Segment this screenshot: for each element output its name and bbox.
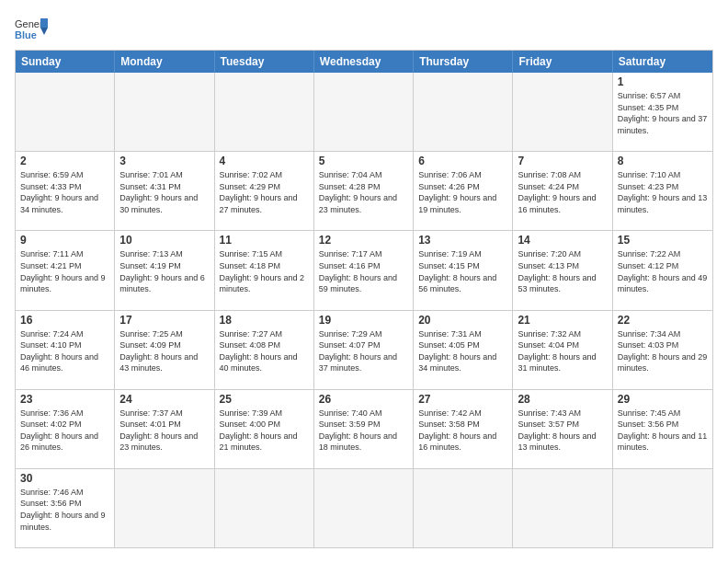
day-info: Sunrise: 7:39 AM Sunset: 4:00 PM Dayligh…: [220, 408, 309, 454]
header-day-monday: Monday: [115, 51, 214, 73]
calendar-day-23: 23Sunrise: 7:36 AM Sunset: 4:02 PM Dayli…: [16, 390, 115, 468]
calendar-day-9: 9Sunrise: 7:11 AM Sunset: 4:21 PM Daylig…: [16, 231, 115, 309]
calendar-empty-cell: [16, 73, 115, 151]
calendar-day-10: 10Sunrise: 7:13 AM Sunset: 4:19 PM Dayli…: [115, 231, 214, 309]
calendar-day-13: 13Sunrise: 7:19 AM Sunset: 4:15 PM Dayli…: [414, 231, 513, 309]
calendar-day-4: 4Sunrise: 7:02 AM Sunset: 4:29 PM Daylig…: [215, 152, 314, 230]
calendar-empty-cell: [314, 73, 414, 151]
day-number: 2: [20, 155, 109, 167]
calendar-day-22: 22Sunrise: 7:34 AM Sunset: 4:03 PM Dayli…: [613, 311, 712, 389]
header-day-thursday: Thursday: [414, 51, 513, 73]
calendar-body: 1Sunrise: 6:57 AM Sunset: 4:35 PM Daylig…: [16, 73, 712, 547]
day-number: 3: [119, 155, 209, 167]
day-number: 30: [20, 472, 109, 485]
calendar-day-11: 11Sunrise: 7:15 AM Sunset: 4:18 PM Dayli…: [215, 231, 314, 309]
day-number: 7: [518, 155, 607, 167]
day-number: 28: [518, 393, 607, 406]
calendar-day-7: 7Sunrise: 7:08 AM Sunset: 4:24 PM Daylig…: [513, 152, 612, 230]
day-info: Sunrise: 7:13 AM Sunset: 4:19 PM Dayligh…: [119, 248, 209, 294]
calendar-day-19: 19Sunrise: 7:29 AM Sunset: 4:07 PM Dayli…: [314, 311, 414, 389]
header-day-sunday: Sunday: [16, 51, 115, 73]
day-info: Sunrise: 7:36 AM Sunset: 4:02 PM Dayligh…: [20, 408, 109, 454]
day-info: Sunrise: 7:15 AM Sunset: 4:18 PM Dayligh…: [220, 248, 309, 294]
header-day-friday: Friday: [513, 51, 612, 73]
calendar-day-5: 5Sunrise: 7:04 AM Sunset: 4:28 PM Daylig…: [314, 152, 414, 230]
day-number: 24: [119, 393, 209, 406]
day-number: 8: [618, 155, 708, 167]
calendar-row-4: 23Sunrise: 7:36 AM Sunset: 4:02 PM Dayli…: [16, 389, 712, 468]
day-info: Sunrise: 7:11 AM Sunset: 4:21 PM Dayligh…: [20, 248, 109, 294]
svg-marker-2: [40, 18, 48, 28]
logo: General Blue: [15, 15, 48, 40]
calendar-day-21: 21Sunrise: 7:32 AM Sunset: 4:04 PM Dayli…: [513, 311, 612, 389]
day-info: Sunrise: 7:46 AM Sunset: 3:56 PM Dayligh…: [20, 487, 109, 533]
day-number: 16: [20, 314, 109, 327]
generalblue-logo-icon: General Blue: [15, 15, 48, 40]
day-number: 11: [220, 234, 309, 247]
calendar-empty-cell: [215, 469, 314, 547]
calendar-day-3: 3Sunrise: 7:01 AM Sunset: 4:31 PM Daylig…: [115, 152, 214, 230]
svg-text:Blue: Blue: [15, 29, 37, 40]
calendar-row-1: 2Sunrise: 6:59 AM Sunset: 4:33 PM Daylig…: [16, 151, 712, 230]
calendar-empty-cell: [414, 73, 513, 151]
day-info: Sunrise: 7:42 AM Sunset: 3:58 PM Dayligh…: [418, 408, 507, 454]
calendar-header: SundayMondayTuesdayWednesdayThursdayFrid…: [16, 51, 712, 73]
calendar-empty-cell: [414, 469, 513, 547]
calendar-row-0: 1Sunrise: 6:57 AM Sunset: 4:35 PM Daylig…: [16, 73, 712, 151]
day-number: 27: [418, 393, 507, 406]
day-number: 14: [518, 234, 607, 247]
day-info: Sunrise: 7:19 AM Sunset: 4:15 PM Dayligh…: [418, 248, 507, 294]
header-day-wednesday: Wednesday: [314, 51, 414, 73]
day-info: Sunrise: 7:37 AM Sunset: 4:01 PM Dayligh…: [119, 408, 209, 454]
calendar-day-25: 25Sunrise: 7:39 AM Sunset: 4:00 PM Dayli…: [215, 390, 314, 468]
day-info: Sunrise: 7:40 AM Sunset: 3:59 PM Dayligh…: [319, 408, 408, 454]
calendar-day-17: 17Sunrise: 7:25 AM Sunset: 4:09 PM Dayli…: [115, 311, 214, 389]
day-number: 22: [618, 314, 708, 327]
calendar-day-2: 2Sunrise: 6:59 AM Sunset: 4:33 PM Daylig…: [16, 152, 115, 230]
svg-marker-3: [40, 28, 48, 35]
day-number: 26: [319, 393, 408, 406]
day-number: 17: [119, 314, 209, 327]
day-info: Sunrise: 7:10 AM Sunset: 4:23 PM Dayligh…: [618, 169, 708, 215]
day-number: 29: [618, 393, 708, 406]
calendar-empty-cell: [613, 469, 712, 547]
header: General Blue: [15, 15, 713, 40]
calendar-day-1: 1Sunrise: 6:57 AM Sunset: 4:35 PM Daylig…: [613, 73, 712, 151]
day-info: Sunrise: 7:06 AM Sunset: 4:26 PM Dayligh…: [418, 169, 507, 215]
calendar-empty-cell: [314, 469, 414, 547]
calendar-row-2: 9Sunrise: 7:11 AM Sunset: 4:21 PM Daylig…: [16, 230, 712, 309]
day-info: Sunrise: 7:31 AM Sunset: 4:05 PM Dayligh…: [418, 328, 507, 374]
page: General Blue SundayMondayTuesdayWednesda…: [0, 0, 728, 563]
calendar-day-8: 8Sunrise: 7:10 AM Sunset: 4:23 PM Daylig…: [613, 152, 712, 230]
day-info: Sunrise: 7:17 AM Sunset: 4:16 PM Dayligh…: [319, 248, 408, 294]
calendar-day-15: 15Sunrise: 7:22 AM Sunset: 4:12 PM Dayli…: [613, 231, 712, 309]
day-number: 20: [418, 314, 507, 327]
day-number: 12: [319, 234, 408, 247]
calendar-day-27: 27Sunrise: 7:42 AM Sunset: 3:58 PM Dayli…: [414, 390, 513, 468]
calendar-empty-cell: [513, 469, 612, 547]
calendar-empty-cell: [115, 469, 214, 547]
day-info: Sunrise: 7:24 AM Sunset: 4:10 PM Dayligh…: [20, 328, 109, 374]
calendar-row-5: 30Sunrise: 7:46 AM Sunset: 3:56 PM Dayli…: [16, 468, 712, 547]
day-info: Sunrise: 7:01 AM Sunset: 4:31 PM Dayligh…: [119, 169, 209, 215]
calendar-empty-cell: [115, 73, 214, 151]
calendar-row-3: 16Sunrise: 7:24 AM Sunset: 4:10 PM Dayli…: [16, 310, 712, 389]
day-info: Sunrise: 7:02 AM Sunset: 4:29 PM Dayligh…: [220, 169, 309, 215]
calendar-day-20: 20Sunrise: 7:31 AM Sunset: 4:05 PM Dayli…: [414, 311, 513, 389]
day-info: Sunrise: 7:27 AM Sunset: 4:08 PM Dayligh…: [220, 328, 309, 374]
day-info: Sunrise: 7:32 AM Sunset: 4:04 PM Dayligh…: [518, 328, 607, 374]
calendar-day-26: 26Sunrise: 7:40 AM Sunset: 3:59 PM Dayli…: [314, 390, 414, 468]
calendar-day-16: 16Sunrise: 7:24 AM Sunset: 4:10 PM Dayli…: [16, 311, 115, 389]
calendar-day-30: 30Sunrise: 7:46 AM Sunset: 3:56 PM Dayli…: [16, 469, 115, 547]
day-info: Sunrise: 6:57 AM Sunset: 4:35 PM Dayligh…: [618, 90, 708, 136]
day-number: 23: [20, 393, 109, 406]
day-info: Sunrise: 7:45 AM Sunset: 3:56 PM Dayligh…: [618, 408, 708, 454]
header-day-tuesday: Tuesday: [215, 51, 314, 73]
day-info: Sunrise: 7:04 AM Sunset: 4:28 PM Dayligh…: [319, 169, 408, 215]
day-info: Sunrise: 7:25 AM Sunset: 4:09 PM Dayligh…: [119, 328, 209, 374]
calendar-empty-cell: [513, 73, 612, 151]
header-day-saturday: Saturday: [613, 51, 712, 73]
day-number: 19: [319, 314, 408, 327]
day-number: 4: [220, 155, 309, 167]
calendar-day-18: 18Sunrise: 7:27 AM Sunset: 4:08 PM Dayli…: [215, 311, 314, 389]
